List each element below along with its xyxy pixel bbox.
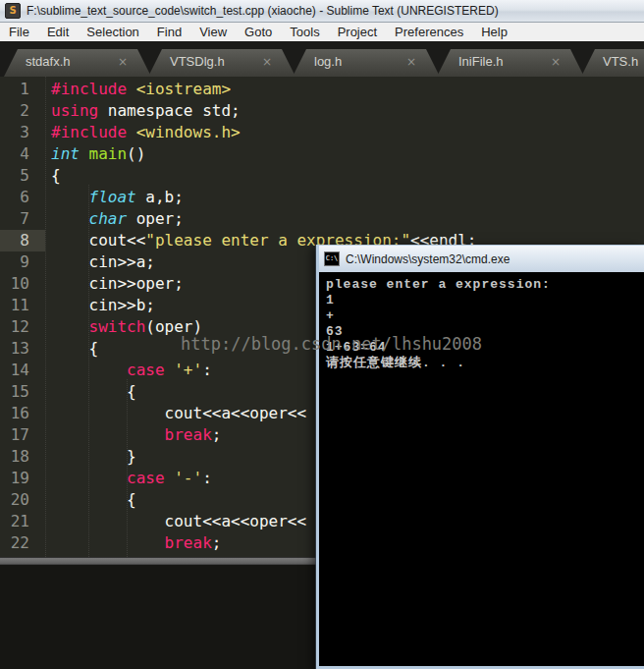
code-segment: ;: [212, 425, 222, 444]
sublime-titlebar[interactable]: S F:\sublime_text_source_code\switch_tes…: [0, 0, 644, 23]
close-icon[interactable]: ×: [262, 55, 272, 69]
code-line[interactable]: using namespace std;: [51, 100, 644, 122]
code-line[interactable]: {: [51, 165, 644, 187]
code-segment: {: [51, 382, 136, 401]
tab-vts-h[interactable]: VTS.h: [581, 49, 644, 77]
code-line[interactable]: int main(): [51, 143, 644, 165]
line-number: 16: [0, 403, 29, 424]
tab-stdafx-h[interactable]: stdafx.h ×: [4, 49, 151, 77]
code-segment: <windows.h>: [136, 123, 241, 141]
window-title: F:\sublime_text_source_code\switch_test.…: [27, 4, 499, 18]
horizontal-scrollbar[interactable]: [0, 557, 320, 565]
line-number-gutter: 1234567891011121314151617181920212223: [0, 79, 29, 557]
code-segment: cin>>b;: [51, 296, 155, 314]
line-number: 22: [0, 532, 29, 554]
code-segment: '-': [174, 469, 202, 487]
code-segment: <iostream>: [136, 80, 231, 98]
code-segment: oper;: [127, 209, 184, 228]
line-number: 9: [0, 251, 29, 273]
line-number: 15: [0, 381, 29, 403]
gutter-divider: [45, 77, 46, 557]
code-segment: [51, 317, 89, 336]
code-segment: int: [51, 144, 80, 163]
menu-view[interactable]: View: [190, 23, 236, 41]
tab-inifile-h[interactable]: IniFile.h ×: [437, 49, 584, 77]
line-number: 21: [0, 511, 29, 532]
menu-selection[interactable]: Selection: [78, 23, 147, 41]
cmd-line: please enter a expression:: [326, 277, 644, 293]
close-icon[interactable]: ×: [406, 55, 416, 69]
line-number: 6: [0, 187, 29, 208]
menu-help[interactable]: Help: [472, 23, 516, 41]
line-number: 14: [0, 360, 29, 381]
menu-project[interactable]: Project: [329, 23, 386, 41]
code-segment: {: [51, 490, 136, 509]
code-segment: [80, 144, 89, 163]
menubar: File Edit Selection Find View Goto Tools…: [0, 23, 644, 41]
tab-label: stdafx.h: [26, 54, 71, 69]
line-number: 10: [0, 273, 29, 295]
tab-label: VTSDlg.h: [170, 54, 225, 69]
code-segment: switch: [89, 317, 146, 336]
menu-find[interactable]: Find: [148, 23, 190, 41]
code-line[interactable]: char oper;: [51, 208, 644, 230]
code-segment: [51, 425, 165, 444]
code-segment: #include: [51, 123, 136, 141]
code-segment: #include: [51, 80, 136, 98]
tab-label: log.h: [314, 54, 342, 69]
code-segment: main: [89, 144, 128, 163]
code-segment: ;: [212, 533, 222, 552]
line-number: 20: [0, 489, 29, 511]
code-segment: char: [89, 209, 128, 228]
code-segment: [51, 361, 127, 379]
menu-edit[interactable]: Edit: [38, 23, 78, 41]
code-segment: [51, 209, 89, 228]
cmd-line: 1+63=64: [326, 340, 644, 356]
menu-tools[interactable]: Tools: [281, 23, 328, 41]
cmd-line: 请按任意键继续. . .: [326, 356, 644, 371]
code-segment: case: [127, 469, 165, 487]
line-number: 11: [0, 295, 29, 316]
cmd-titlebar[interactable]: C:\ C:\Windows\system32\cmd.exe: [319, 246, 644, 272]
code-line[interactable]: #include <iostream>: [51, 79, 644, 100]
tab-bar: stdafx.h × VTSDlg.h × log.h × IniFile.h …: [0, 41, 644, 77]
menu-goto[interactable]: Goto: [236, 23, 281, 41]
code-segment: break: [165, 533, 212, 552]
tab-label: VTS.h: [603, 54, 638, 69]
menu-preferences[interactable]: Preferences: [386, 23, 472, 41]
cmd-line: 63: [326, 324, 644, 340]
line-number: 4: [0, 143, 29, 165]
code-segment: [165, 361, 175, 379]
code-segment: cout<<a<<oper<<: [51, 404, 306, 422]
line-number: 3: [0, 122, 29, 143]
close-icon[interactable]: ×: [118, 55, 128, 69]
line-number: 1: [0, 79, 29, 100]
cmd-line: +: [326, 308, 644, 324]
code-segment: case: [127, 361, 165, 379]
code-segment: using: [51, 101, 98, 120]
sublime-app-icon: S: [5, 3, 21, 19]
tab-log-h[interactable]: log.h ×: [293, 49, 440, 77]
close-icon[interactable]: ×: [551, 55, 561, 69]
line-number: 13: [0, 338, 29, 360]
line-number: 17: [0, 424, 29, 446]
code-segment: namespace std;: [98, 101, 241, 120]
code-line[interactable]: float a,b;: [51, 187, 644, 208]
cmd-line: 1: [326, 293, 644, 308]
menu-file[interactable]: File: [0, 23, 38, 41]
code-segment: [51, 469, 127, 487]
cmd-window[interactable]: C:\ C:\Windows\system32\cmd.exe please e…: [316, 245, 644, 669]
code-segment: :: [202, 469, 212, 487]
line-number: 7: [0, 208, 29, 230]
cmd-console-output[interactable]: please enter a expression:1+631+63=64请按任…: [319, 272, 644, 666]
tab-vtsdlg-h[interactable]: VTSDlg.h ×: [148, 49, 295, 77]
code-segment: float: [89, 188, 136, 206]
code-segment: {: [51, 166, 61, 185]
code-line[interactable]: #include <windows.h>: [51, 122, 644, 143]
line-number: 19: [0, 468, 29, 489]
code-segment: {: [51, 339, 98, 358]
code-segment: (oper): [145, 317, 202, 336]
code-segment: [165, 469, 175, 487]
line-number: 12: [0, 316, 29, 338]
code-segment: [51, 188, 89, 206]
